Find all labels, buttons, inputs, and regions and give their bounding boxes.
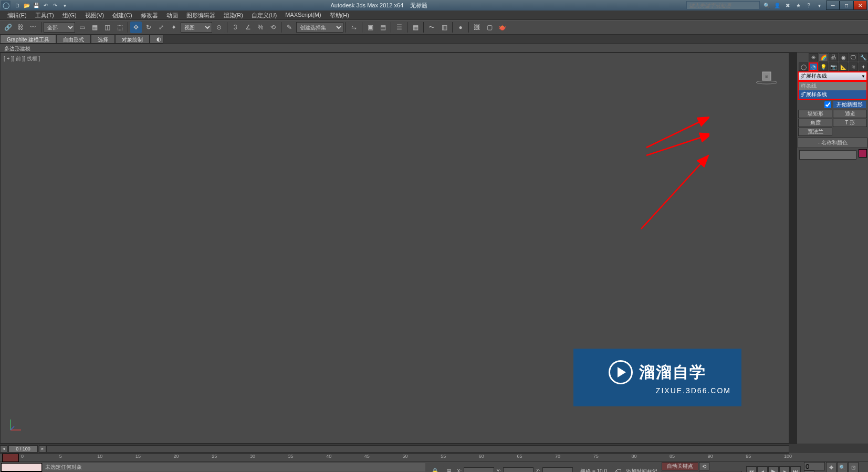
selection-filter-combo[interactable]: 全部	[44, 22, 75, 33]
cat-shapes-icon[interactable]: ◔	[809, 62, 818, 71]
object-color-swatch[interactable]	[859, 149, 867, 158]
ribbon-tab-modeling[interactable]: Graphite 建模工具	[0, 35, 56, 44]
cat-systems-icon[interactable]: ✦	[859, 62, 868, 71]
ribbon-panel-polymodeling[interactable]: 多边形建模	[0, 44, 868, 53]
time-slider-right-icon[interactable]: ▸	[39, 445, 46, 453]
named-selection-combo[interactable]: 创建选择集	[296, 22, 343, 33]
list-item-extsplines[interactable]: 扩展样条线	[799, 90, 866, 99]
select-region-icon[interactable]: ◫	[101, 22, 113, 33]
next-frame-icon[interactable]: ▸	[779, 466, 790, 473]
ribbon-tab-selection[interactable]: 选择	[91, 35, 115, 44]
minimize-button[interactable]: ─	[826, 1, 840, 10]
angle-snap-icon[interactable]: ∠	[242, 22, 254, 33]
current-frame-input[interactable]	[804, 462, 825, 470]
start-new-shape-checkbox[interactable]	[824, 101, 831, 108]
pivot-center-icon[interactable]: ⊙	[213, 22, 225, 33]
viewport-front[interactable]: [ + ][ 前 ][ 线框 ] 前 溜溜自学 ZIXUE.3D66.COM	[0, 53, 789, 444]
undo-icon[interactable]: ↶	[42, 2, 49, 9]
search-icon[interactable]: 🔍	[763, 2, 770, 9]
menu-grapheditors[interactable]: 图形编辑器	[183, 11, 218, 19]
save-icon[interactable]: 💾	[33, 2, 40, 9]
menu-views[interactable]: 视图(V)	[82, 11, 108, 19]
curve-editor-icon[interactable]: 〜	[426, 22, 437, 33]
ribbon-tab-freeform[interactable]: 自由形式	[56, 35, 91, 44]
viewport-scrollbar-v[interactable]	[789, 53, 797, 444]
schematic-view-icon[interactable]: ▥	[438, 22, 450, 33]
tab-hierarchy-icon[interactable]: 品	[829, 53, 838, 61]
ribbon-expand-icon[interactable]: ◐	[150, 35, 163, 44]
play-icon[interactable]: ▶	[768, 466, 779, 473]
timeline-ruler[interactable]: 0510152025303540455055606570758085909510…	[0, 453, 789, 461]
dropdown-icon[interactable]: ▾	[61, 2, 68, 9]
pan-icon[interactable]: ✥	[826, 462, 836, 472]
macro-recorder[interactable]	[1, 463, 42, 471]
goto-end-icon[interactable]: ⏭	[790, 466, 801, 473]
viewport-label[interactable]: [ + ][ 前 ][ 线框 ]	[4, 55, 40, 62]
shape-subcategory-list[interactable]: 样条线 扩展样条线	[798, 81, 867, 100]
tab-modify-icon[interactable]: 🌈	[819, 53, 828, 61]
quick-align-icon[interactable]: ▤	[377, 22, 389, 33]
coord-z-input[interactable]	[542, 467, 573, 473]
menu-group[interactable]: 组(G)	[59, 11, 80, 19]
align-icon[interactable]: ▣	[364, 22, 376, 33]
graphite-toggle-icon[interactable]: ▦	[410, 22, 421, 33]
time-slider-left-icon[interactable]: ◂	[0, 445, 7, 453]
tab-motion-icon[interactable]: ◉	[839, 53, 848, 61]
cat-geometry-icon[interactable]: ◯	[799, 62, 808, 71]
coord-y-input[interactable]	[503, 467, 534, 473]
render-frame-icon[interactable]: ▢	[484, 22, 495, 33]
help-icon[interactable]: ?	[805, 2, 812, 9]
menu-tools[interactable]: 工具(T)	[32, 11, 57, 19]
spinner-snap-icon[interactable]: ⟲	[267, 22, 279, 33]
select-rotate-icon[interactable]: ↻	[143, 22, 154, 33]
menu-create[interactable]: 创建(C)	[109, 11, 135, 19]
open-icon[interactable]: 📂	[23, 2, 30, 9]
zoom-all-icon[interactable]: ⊡	[848, 462, 859, 472]
mirror-icon[interactable]: ⇋	[348, 22, 360, 33]
select-icon[interactable]: ▭	[76, 22, 88, 33]
menu-rendering[interactable]: 渲染(R)	[221, 11, 246, 19]
new-icon[interactable]: 🗋	[14, 2, 21, 9]
app-logo[interactable]: ◯	[1, 1, 11, 10]
obj-wideflange[interactable]: 宽法兰	[798, 128, 832, 136]
object-name-input[interactable]	[799, 150, 856, 160]
coord-x-input[interactable]	[464, 467, 494, 473]
menu-customize[interactable]: 自定义(U)	[248, 11, 280, 19]
selection-lock-icon[interactable]: ⟲	[699, 462, 709, 470]
cat-lights-icon[interactable]: 💡	[819, 62, 828, 71]
cat-spacewarps-icon[interactable]: ≋	[849, 62, 858, 71]
autokey-button[interactable]: 自动关键点	[662, 462, 698, 470]
prev-frame-icon[interactable]: ◂	[757, 466, 768, 473]
named-selset-edit-icon[interactable]: ✎	[284, 22, 295, 33]
obj-angle[interactable]: 角度	[798, 119, 832, 127]
menu-modifiers[interactable]: 修改器	[138, 11, 161, 19]
render-setup-icon[interactable]: 🖼	[471, 22, 483, 33]
time-slider-handle[interactable]: 0 / 100	[8, 445, 38, 453]
select-manipulate-icon[interactable]: ✦	[168, 22, 180, 33]
set-key-icon[interactable]	[2, 454, 19, 462]
select-scale-icon[interactable]: ⤢	[155, 22, 167, 33]
tab-display-icon[interactable]: 🖵	[849, 53, 858, 61]
close-button[interactable]: ✕	[853, 1, 867, 10]
obj-channel[interactable]: 通道	[833, 110, 867, 118]
link-icon[interactable]: 🔗	[2, 22, 14, 33]
window-crossing-icon[interactable]: ⬚	[114, 22, 126, 33]
tab-utilities-icon[interactable]: 🔧	[859, 53, 868, 61]
ref-coord-combo[interactable]: 视图	[181, 22, 212, 33]
viewcube-icon[interactable]: 前	[751, 69, 782, 85]
dropdown-icon[interactable]: ▾	[815, 2, 823, 9]
favorite-icon[interactable]: ★	[794, 2, 802, 9]
menu-animation[interactable]: 动画	[163, 11, 181, 19]
signin-icon[interactable]: 👤	[773, 2, 781, 9]
cat-helpers-icon[interactable]: 📐	[839, 62, 848, 71]
time-slider-track[interactable]	[46, 445, 789, 453]
menu-help[interactable]: 帮助(H)	[327, 11, 352, 19]
bind-spacewarp-icon[interactable]: 〰	[27, 22, 39, 33]
menu-edit[interactable]: 编辑(E)	[4, 11, 30, 19]
cat-cameras-icon[interactable]: 📷	[829, 62, 838, 71]
percent-snap-icon[interactable]: %	[255, 22, 266, 33]
snap-toggle-icon[interactable]: 3	[229, 22, 241, 33]
goto-start-icon[interactable]: ⏮	[746, 466, 757, 473]
menu-maxscript[interactable]: MAXScript(M)	[282, 11, 324, 19]
shape-subcategory-dropdown[interactable]: 扩展样条线	[798, 71, 867, 81]
